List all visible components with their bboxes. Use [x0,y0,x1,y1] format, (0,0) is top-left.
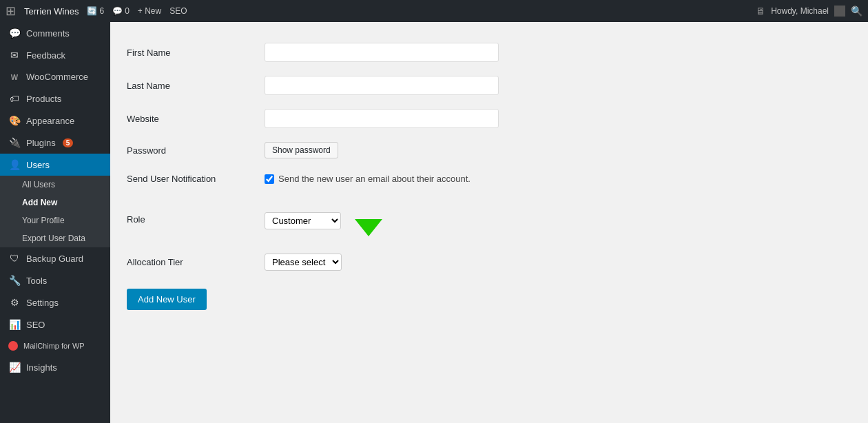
sidebar-item-seo[interactable]: 📊 SEO [0,313,110,336]
screen-options-icon[interactable]: 🖥 [756,6,765,17]
plugins-badge: 5 [63,138,74,147]
website-row: Website [127,102,851,135]
notification-row: Send the new user an email about their a… [265,174,851,184]
submenu-export-user-data[interactable]: Export User Data [0,229,110,247]
appearance-icon: 🎨 [8,115,21,126]
role-row: Role Customer Subscriber Contributor Aut… [127,192,851,247]
role-label: Role [127,214,145,225]
admin-bar-right: 🖥 Howdy, Michael 🔍 [756,0,862,22]
role-select[interactable]: Customer Subscriber Contributor Author E… [265,212,341,229]
site-name[interactable]: Terrien Wines [24,6,79,17]
sidebar-item-users[interactable]: 👤 Users [0,154,110,176]
send-notification-label: Send User Notification [127,174,216,184]
comments-nav-icon: 💬 [8,28,21,39]
svg-marker-0 [355,205,382,236]
sidebar-item-woocommerce[interactable]: W WooCommerce [0,66,110,87]
backup-guard-icon: 🛡 [8,253,21,264]
users-icon: 👤 [8,159,21,170]
insights-icon: 📈 [8,362,21,373]
last-name-row: Last Name [127,69,851,102]
send-notification-checkbox[interactable] [265,174,274,184]
allocation-tier-label: Allocation Tier [127,257,183,267]
sidebar-item-backup-guard[interactable]: 🛡 Backup Guard [0,247,110,269]
password-row: Password Show password [127,135,851,165]
sidebar-item-products[interactable]: 🏷 Products [0,87,110,110]
sidebar-item-insights[interactable]: 📈 Insights [0,356,110,378]
allocation-tier-select[interactable]: Please select Tier 1 Tier 2 Tier 3 [265,254,342,271]
add-user-form: First Name Last Name [127,36,851,278]
add-new-user-button[interactable]: Add New User [127,289,207,310]
show-password-button[interactable]: Show password [265,142,338,158]
password-label: Password [127,145,166,156]
sidebar-item-settings[interactable]: ⚙ Settings [0,291,110,313]
last-name-input[interactable] [265,76,499,95]
mailchimp-icon [8,341,18,351]
submenu-add-new[interactable]: Add New [0,194,110,212]
sidebar: 💬 Comments ✉ Feedback W WooCommerce 🏷 Pr… [0,22,110,423]
tools-icon: 🔧 [8,275,21,286]
products-icon: 🏷 [8,93,21,104]
main-layout: 💬 Comments ✉ Feedback W WooCommerce 🏷 Pr… [0,22,868,423]
settings-icon: ⚙ [8,297,21,308]
search-icon[interactable]: 🔍 [851,6,862,17]
sidebar-item-feedback[interactable]: ✉ Feedback [0,44,110,66]
users-submenu: All Users Add New Your Profile Export Us… [0,176,110,247]
green-arrow-annotation [348,202,389,240]
new-button[interactable]: + New [138,6,161,16]
notification-checkbox-text: Send the new user an email about their a… [278,174,471,184]
seo-button[interactable]: SEO [169,6,187,16]
first-name-row: First Name [127,36,851,69]
plugins-icon: 🔌 [8,137,21,148]
first-name-input[interactable] [265,43,499,62]
allocation-tier-row: Allocation Tier Please select Tier 1 Tie… [127,247,851,278]
feedback-icon: ✉ [8,50,21,61]
submenu-all-users[interactable]: All Users [0,176,110,194]
avatar [834,6,845,17]
sidebar-item-tools[interactable]: 🔧 Tools [0,269,110,291]
submenu-your-profile[interactable]: Your Profile [0,212,110,229]
comments-icon[interactable]: 💬 0 [112,6,130,16]
updates-icon[interactable]: 🔄 6 [87,6,104,16]
first-name-label: First Name [127,48,171,58]
woocommerce-icon: W [8,73,21,81]
admin-bar: ⊞ Terrien Wines 🔄 6 💬 0 + New SEO 🖥 Howd… [0,0,868,22]
last-name-label: Last Name [127,81,170,91]
send-notification-row: Send User Notification Send the new user… [127,165,851,192]
sidebar-item-comments[interactable]: 💬 Comments [0,22,110,44]
website-input[interactable] [265,109,499,128]
sidebar-item-appearance[interactable]: 🎨 Appearance [0,110,110,132]
sidebar-item-plugins[interactable]: 🔌 Plugins 5 [0,132,110,154]
sidebar-item-mailchimp[interactable]: MailChimp for WP [0,336,110,356]
website-label: Website [127,114,159,124]
main-content: First Name Last Name [110,22,868,423]
wp-logo-icon[interactable]: ⊞ [6,3,16,19]
seo-nav-icon: 📊 [8,319,21,330]
howdy-text: Howdy, Michael [771,6,829,16]
submit-row: Add New User [127,289,851,310]
